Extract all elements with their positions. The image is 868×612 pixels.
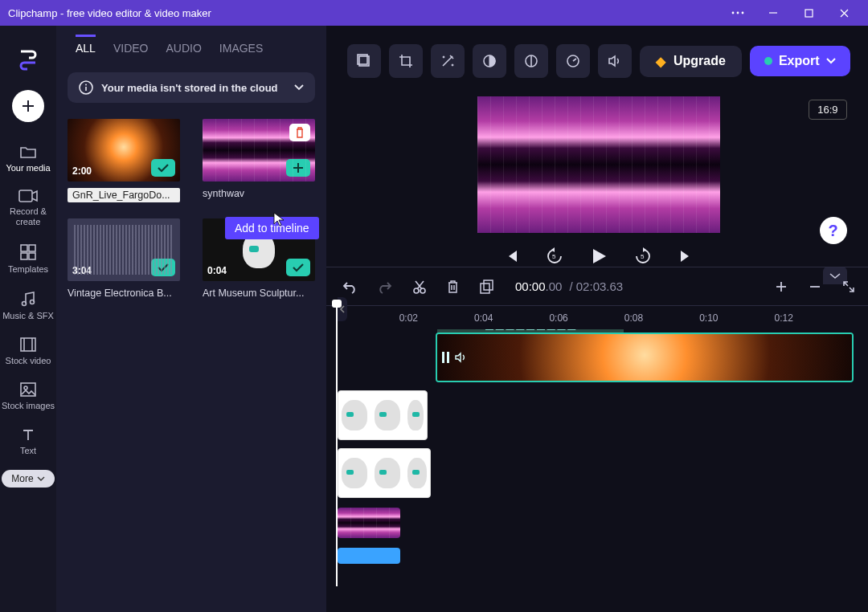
sidebar-item-music-sfx[interactable]: Music & SFX — [0, 284, 56, 328]
pause-icon — [442, 352, 450, 363]
mouse-cursor-icon — [273, 212, 285, 226]
media-item[interactable]: synthwav — [203, 119, 315, 202]
magic-button[interactable] — [431, 44, 465, 78]
split-button[interactable] — [413, 279, 426, 294]
sidebar-item-your-media[interactable]: Your media — [0, 138, 56, 180]
playhead[interactable] — [336, 304, 338, 586]
filter-button[interactable] — [514, 44, 548, 78]
window-minimize-button[interactable] — [755, 0, 791, 26]
media-tabs: ALL VIDEO AUDIO IMAGES — [68, 42, 315, 72]
cloud-storage-notice[interactable]: Your media isn't stored in the cloud — [68, 72, 315, 103]
svg-text:5: 5 — [641, 253, 645, 260]
play-button[interactable] — [591, 247, 607, 265]
add-to-timeline-button[interactable] — [286, 159, 310, 177]
check-icon — [158, 164, 169, 172]
svg-text:5: 5 — [552, 253, 556, 260]
sidebar-item-record-create[interactable]: Record & create — [0, 183, 56, 234]
video-clip[interactable] — [338, 448, 431, 498]
svg-point-14 — [23, 301, 27, 305]
templates-icon — [20, 244, 36, 260]
crop-button[interactable] — [389, 44, 423, 78]
add-media-button[interactable] — [12, 90, 44, 122]
tab-all[interactable]: ALL — [76, 35, 96, 61]
svg-rect-16 — [21, 338, 35, 351]
svg-rect-19 — [21, 383, 35, 396]
added-indicator[interactable] — [286, 259, 310, 276]
tab-video[interactable]: VIDEO — [113, 42, 149, 61]
ruler-tick: 0:04 — [474, 312, 493, 324]
svg-point-2 — [742, 12, 744, 14]
window-maximize-button[interactable] — [791, 0, 826, 26]
video-clip[interactable] — [338, 390, 428, 440]
svg-rect-4 — [805, 10, 813, 17]
media-name: Art Museum Sculptur... — [203, 288, 315, 299]
media-thumbnail[interactable] — [203, 119, 315, 182]
sidebar-item-text[interactable]: Text — [0, 421, 56, 463]
delete-clip-button[interactable] — [447, 279, 459, 294]
audio-icon — [455, 352, 466, 363]
skip-end-button[interactable] — [679, 249, 694, 263]
chevron-down-icon — [826, 58, 836, 64]
undo-button[interactable] — [342, 280, 357, 293]
sidebar-more-button[interactable]: More — [2, 470, 54, 488]
image-icon — [20, 382, 36, 397]
media-item[interactable]: 3:04 Vintage Electronica B... — [68, 218, 180, 299]
tab-audio[interactable]: AUDIO — [166, 42, 202, 61]
layout-button[interactable] — [347, 44, 381, 78]
svg-rect-12 — [21, 253, 27, 259]
sidebar-item-label: Your media — [6, 163, 50, 173]
rewind-button[interactable]: 5 — [546, 247, 563, 265]
duplicate-button[interactable] — [480, 279, 494, 294]
window-more-button[interactable] — [720, 0, 755, 26]
volume-button[interactable] — [598, 44, 632, 78]
sidebar-item-stock-video[interactable]: Stock video — [0, 331, 56, 373]
timeline-tracks[interactable]: — — — — — — — — — — [326, 329, 868, 586]
audio-clip[interactable] — [338, 548, 400, 564]
forward-button[interactable]: 5 — [634, 247, 652, 265]
added-indicator[interactable] — [151, 259, 175, 276]
video-clip[interactable] — [338, 508, 400, 538]
check-icon — [158, 263, 169, 271]
ruler-tick: 0:10 — [699, 312, 718, 324]
skip-start-button[interactable] — [504, 249, 518, 263]
media-panel: ALL VIDEO AUDIO IMAGES Your media isn't … — [56, 26, 326, 612]
ruler-tick: 0:08 — [624, 312, 643, 324]
video-preview[interactable] — [477, 96, 720, 233]
delete-media-button[interactable] — [289, 124, 310, 141]
svg-point-1 — [737, 12, 739, 14]
ruler-tick: 0:02 — [399, 312, 418, 324]
zoom-out-button[interactable] — [809, 280, 821, 293]
fit-timeline-button[interactable] — [842, 280, 855, 293]
sidebar-item-stock-images[interactable]: Stock images — [0, 376, 56, 418]
folder-icon — [19, 145, 37, 159]
redo-button[interactable] — [378, 280, 392, 293]
svg-rect-43 — [442, 352, 444, 363]
plus-icon — [293, 162, 304, 173]
window-close-button[interactable] — [826, 0, 862, 26]
added-indicator[interactable] — [151, 159, 175, 177]
sidebar: Your media Record & create Templates Mus… — [0, 26, 56, 612]
export-button[interactable]: Export — [750, 46, 850, 76]
upgrade-button[interactable]: ◆ Upgrade — [640, 46, 742, 77]
contrast-button[interactable] — [473, 44, 506, 78]
svg-point-28 — [443, 56, 444, 58]
sidebar-item-label: Stock images — [2, 401, 55, 411]
svg-rect-44 — [447, 352, 449, 363]
add-to-timeline-tooltip: Add to timeline — [225, 217, 319, 239]
video-clip[interactable] — [436, 333, 854, 382]
tab-images[interactable]: IMAGES — [219, 42, 263, 61]
svg-point-0 — [732, 12, 735, 14]
aspect-ratio-button[interactable]: 16:9 — [809, 100, 846, 120]
sidebar-item-templates[interactable]: Templates — [0, 238, 56, 281]
svg-rect-13 — [29, 253, 35, 259]
media-thumbnail[interactable]: 2:00 — [68, 119, 180, 182]
ruler-tick: 0:12 — [774, 312, 792, 324]
media-item[interactable]: 2:00 GnR_Live_FargoDo... — [68, 119, 180, 202]
sidebar-item-label: Templates — [8, 264, 48, 275]
timeline-ruler[interactable]: 0 0:02 0:04 0:06 0:08 0:10 0:12 — [326, 305, 868, 329]
speed-button[interactable] — [556, 44, 590, 78]
help-button[interactable]: ? — [820, 217, 847, 244]
duration-label: 3:04 — [72, 265, 92, 276]
media-thumbnail[interactable]: 3:04 — [68, 218, 180, 281]
zoom-in-button[interactable] — [775, 280, 788, 293]
